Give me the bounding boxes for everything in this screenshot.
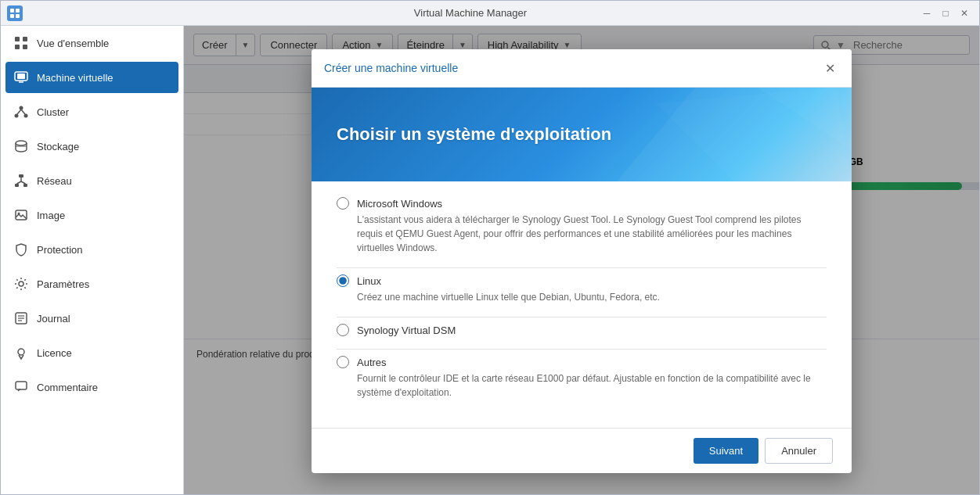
vm-item-icon: [13, 70, 29, 85]
linux-label: Linux: [357, 275, 381, 287]
windows-description: L'assistant vous aidera à télécharger le…: [357, 213, 827, 255]
right-panel: Créer ▼ Connecter Action ▼ Éteindre ▼ Hi…: [184, 26, 979, 494]
sidebar-item-stockage[interactable]: Stockage: [1, 129, 183, 163]
sidebar-label-cluster: Cluster: [37, 106, 69, 118]
sidebar-label-protection: Protection: [37, 244, 83, 256]
radio-linux[interactable]: [337, 274, 349, 287]
svg-rect-31: [16, 382, 27, 389]
autres-description: Fournit le contrôleur IDE et la carte ré…: [357, 371, 827, 400]
sidebar-label-licence: Licence: [37, 347, 72, 359]
window-controls: ─ □ ✕: [918, 5, 973, 22]
sidebar-item-cluster[interactable]: Cluster: [1, 95, 183, 129]
storage-icon: [13, 138, 29, 154]
divider-3: [337, 349, 827, 350]
modal-close-button[interactable]: ✕: [820, 59, 839, 77]
sidebar-label-reseau: Réseau: [37, 175, 72, 187]
svg-rect-5: [23, 37, 27, 41]
windows-label: Microsoft Windows: [357, 198, 442, 210]
close-button[interactable]: ✕: [956, 5, 973, 22]
modal-footer: Suivant Annuler: [312, 428, 852, 473]
svg-line-21: [17, 181, 22, 184]
sidebar: Vue d'ensemble Machine virtuelle: [1, 26, 184, 494]
sidebar-label-vue-ensemble: Vue d'ensemble: [37, 38, 109, 49]
modal-overlay: Créer une machine virtuelle ✕ Choisir un…: [184, 26, 979, 494]
licence-icon: [13, 345, 29, 360]
modal-create-vm: Créer une machine virtuelle ✕ Choisir un…: [312, 49, 852, 473]
app-icon: [7, 5, 23, 21]
sidebar-label-journal: Journal: [37, 313, 70, 325]
svg-rect-0: [10, 9, 14, 13]
comment-icon: [13, 379, 29, 395]
window-title: Virtual Machine Manager: [23, 7, 918, 19]
modal-banner-title: Choisir un système d'exploitation: [337, 124, 611, 145]
divider-1: [337, 267, 827, 268]
option-autres: Autres Fournit le contrôleur IDE et la c…: [337, 356, 827, 400]
svg-point-15: [16, 141, 27, 145]
svg-rect-4: [15, 37, 20, 41]
divider-2: [337, 317, 827, 317]
journal-icon: [13, 310, 29, 326]
image-icon: [13, 207, 29, 223]
restore-button[interactable]: □: [937, 5, 954, 22]
svg-rect-3: [16, 14, 20, 18]
option-synology-dsm: Synology Virtual DSM: [337, 324, 827, 336]
sidebar-item-vue-ensemble[interactable]: Vue d'ensemble: [1, 26, 183, 60]
svg-point-25: [19, 282, 23, 286]
radio-synology-dsm[interactable]: [337, 324, 349, 336]
title-bar: Virtual Machine Manager ─ □ ✕: [1, 1, 979, 26]
synology-dsm-label: Synology Virtual DSM: [357, 325, 456, 336]
svg-rect-17: [19, 174, 23, 178]
sidebar-item-parametres[interactable]: Paramètres: [1, 267, 183, 301]
svg-rect-1: [16, 9, 20, 13]
linux-description: Créez une machine virtuelle Linux telle …: [357, 290, 827, 304]
sidebar-label-machine-virtuelle: Machine virtuelle: [37, 72, 113, 84]
protection-icon: [13, 242, 29, 257]
svg-rect-2: [10, 14, 14, 18]
modal-body: Microsoft Windows L'assistant vous aider…: [312, 181, 852, 428]
settings-icon: [13, 276, 29, 292]
modal-title: Créer une machine virtuelle: [324, 62, 458, 74]
suivant-button[interactable]: Suivant: [694, 438, 758, 464]
sidebar-item-image[interactable]: Image: [1, 198, 183, 232]
minimize-button[interactable]: ─: [918, 5, 935, 22]
svg-line-22: [21, 181, 26, 184]
sidebar-item-protection[interactable]: Protection: [1, 232, 183, 267]
sidebar-item-licence[interactable]: Licence: [1, 335, 183, 370]
network-icon: [13, 173, 29, 188]
annuler-button[interactable]: Annuler: [765, 438, 833, 464]
sidebar-item-journal[interactable]: Journal: [1, 301, 183, 335]
sidebar-item-machine-virtuelle[interactable]: Machine virtuelle: [5, 62, 178, 93]
sidebar-label-image: Image: [37, 210, 65, 221]
sidebar-item-commentaire[interactable]: Commentaire: [1, 370, 183, 404]
radio-autres[interactable]: [337, 356, 349, 368]
autres-label: Autres: [357, 357, 387, 368]
svg-rect-19: [23, 184, 27, 187]
modal-header: Créer une machine virtuelle ✕: [312, 49, 852, 88]
modal-banner: Choisir un système d'exploitation: [312, 88, 852, 181]
grid-icon: [13, 35, 29, 51]
main-content: Vue d'ensemble Machine virtuelle: [1, 26, 979, 494]
option-linux: Linux Créez une machine virtuelle Linux …: [337, 274, 827, 304]
option-windows: Microsoft Windows L'assistant vous aider…: [337, 197, 827, 255]
svg-point-10: [20, 106, 23, 110]
sidebar-label-stockage: Stockage: [37, 141, 79, 152]
svg-rect-6: [15, 45, 20, 49]
svg-line-13: [17, 109, 21, 114]
sidebar-label-commentaire: Commentaire: [37, 382, 98, 393]
svg-line-14: [21, 109, 25, 114]
svg-point-30: [18, 349, 24, 355]
svg-rect-9: [17, 74, 25, 79]
radio-windows[interactable]: [337, 197, 349, 210]
sidebar-item-reseau[interactable]: Réseau: [1, 163, 183, 198]
svg-rect-18: [15, 184, 19, 187]
svg-rect-7: [23, 45, 27, 49]
cluster-icon: [13, 104, 29, 120]
sidebar-label-parametres: Paramètres: [37, 278, 89, 290]
